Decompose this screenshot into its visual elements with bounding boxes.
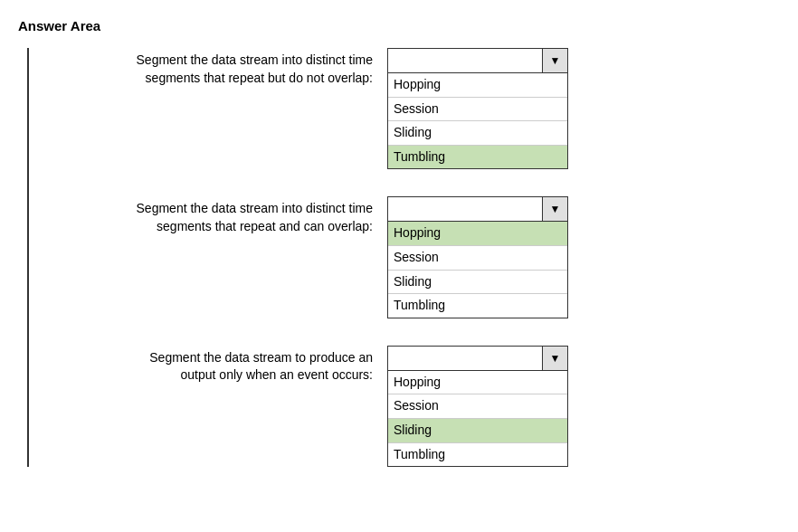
dropdown-1-item-sliding[interactable]: Sliding — [388, 121, 567, 146]
dropdown-1-item-session[interactable]: Session — [388, 98, 567, 122]
question-text-2: Segment the data stream into distinct ti… — [47, 196, 373, 235]
dropdown-2-arrow[interactable]: ▼ — [542, 197, 567, 221]
dropdown-2-header[interactable]: ▼ — [387, 196, 568, 222]
dropdown-2: ▼ Hopping Session Sliding Tumbling — [387, 196, 568, 318]
question-text-2-line2: segments that repeat and can overlap: — [157, 219, 373, 233]
dropdown-3-list: Hopping Session Sliding Tumbling — [387, 371, 568, 467]
dropdown-1: ▼ Hopping Session Sliding Tumbling — [387, 48, 568, 169]
question-text-3: Segment the data stream to produce an ou… — [47, 346, 373, 385]
dropdown-2-item-session[interactable]: Session — [388, 246, 567, 271]
question-row-2: Segment the data stream into distinct ti… — [47, 196, 568, 318]
dropdown-2-item-tumbling[interactable]: Tumbling — [388, 294, 567, 318]
dropdown-3-header[interactable]: ▼ — [387, 346, 568, 371]
dropdown-1-item-tumbling[interactable]: Tumbling — [388, 146, 567, 169]
dropdown-2-item-sliding[interactable]: Sliding — [388, 271, 567, 295]
dropdown-2-item-hopping[interactable]: Hopping — [388, 222, 567, 246]
question-text-1: Segment the data stream into distinct ti… — [47, 48, 373, 87]
dropdown-3-item-tumbling[interactable]: Tumbling — [388, 443, 567, 467]
dropdown-1-header[interactable]: ▼ — [387, 48, 568, 73]
dropdown-3-item-hopping[interactable]: Hopping — [388, 371, 567, 395]
question-text-1-line1: Segment the data stream into distinct ti… — [137, 52, 373, 67]
dropdown-1-list: Hopping Session Sliding Tumbling — [387, 73, 568, 169]
page-title: Answer Area — [18, 18, 780, 33]
dropdown-3: ▼ Hopping Session Sliding Tumbling — [387, 346, 568, 467]
content-area: Segment the data stream into distinct ti… — [29, 48, 568, 467]
question-row-3: Segment the data stream to produce an ou… — [47, 346, 568, 467]
dropdown-3-arrow[interactable]: ▼ — [542, 347, 567, 370]
question-text-2-line1: Segment the data stream into distinct ti… — [137, 201, 373, 215]
dropdown-2-list: Hopping Session Sliding Tumbling — [387, 222, 568, 318]
question-text-1-line2: segments that repeat but do not overlap: — [146, 71, 373, 85]
question-row-1: Segment the data stream into distinct ti… — [47, 48, 568, 169]
question-text-3-line1: Segment the data stream to produce an — [149, 350, 373, 365]
question-text-3-line2: output only when an event occurs: — [181, 367, 373, 382]
dropdown-3-item-sliding[interactable]: Sliding — [388, 419, 567, 443]
page-container: Answer Area Segment the data stream into… — [18, 18, 780, 467]
answer-area: Segment the data stream into distinct ti… — [27, 48, 780, 467]
dropdown-1-item-hopping[interactable]: Hopping — [388, 73, 567, 98]
dropdown-3-item-session[interactable]: Session — [388, 394, 567, 419]
dropdown-1-arrow[interactable]: ▼ — [542, 49, 567, 72]
